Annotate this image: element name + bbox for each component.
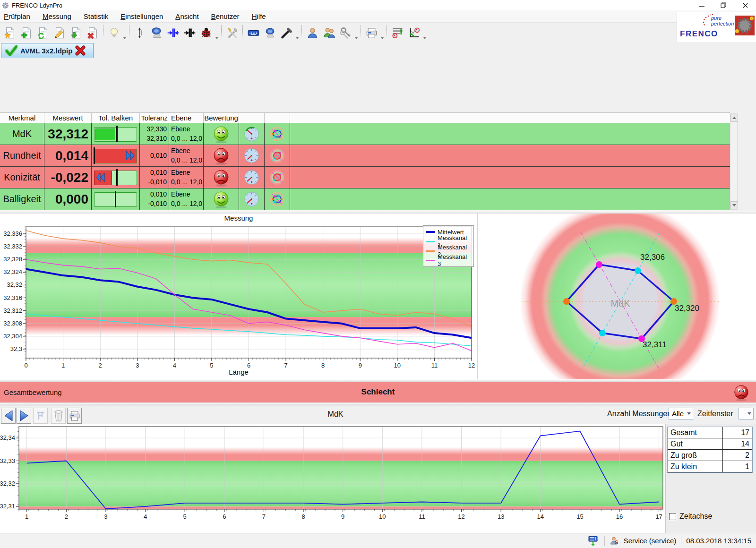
keys-icon[interactable]	[337, 24, 354, 42]
tab-avml[interactable]: AVML 3x2.ldpip	[1, 43, 94, 58]
svg-text:17: 17	[655, 513, 662, 520]
header-ebene: Ebene	[169, 113, 204, 123]
new-plan-star-icon[interactable]	[2, 24, 18, 42]
ebene-line1: Ebene	[171, 168, 190, 178]
svg-text:32,308: 32,308	[3, 320, 22, 327]
menu-pruefplan[interactable]: Prüfplan	[4, 12, 30, 20]
chart-axis-icon[interactable]	[406, 24, 422, 42]
chart-dropdown-icon[interactable]	[422, 22, 427, 43]
gauge-stand-2-icon[interactable]	[262, 24, 278, 42]
toolbar-separator	[129, 25, 130, 40]
tab-close-icon[interactable]	[75, 45, 86, 56]
screw-icon[interactable]	[278, 24, 295, 42]
tol-lower: -0,010	[148, 199, 167, 209]
header-polar	[265, 113, 290, 123]
gauge-icon	[239, 145, 265, 167]
restore-icon[interactable]	[713, 0, 734, 10]
tab-label: AVML 3x2.ldpip	[20, 47, 72, 55]
mdk-trend-chart[interactable]: 32,3132,3232,3332,3412345678910111213141…	[0, 424, 664, 526]
table-row-rundheit[interactable]: Rundheit 0,014 0,010 Ebene0,0 ... 12,0	[0, 145, 730, 167]
toolbar-separator	[103, 25, 104, 40]
keyboard-icon[interactable]	[245, 24, 262, 42]
minimize-icon[interactable]	[691, 0, 713, 10]
menu-statistik[interactable]: Statistik	[84, 12, 109, 20]
scroll-down-icon[interactable]	[730, 201, 738, 209]
table-row-mdk[interactable]: MdK 32,312 32,33032,310 Ebene0,0 ... 12,…	[0, 123, 730, 145]
probe-icon[interactable]	[132, 24, 148, 42]
printer-icon[interactable]	[363, 24, 380, 42]
row-filler	[290, 123, 730, 145]
lamp-icon[interactable]	[106, 24, 122, 42]
anzahl-messungen-select[interactable]: Alle	[669, 408, 693, 420]
chart-legend: Mittelwert Messkanal 1 Messkanal 2 Messk…	[423, 225, 474, 267]
measure-dropdown-icon[interactable]	[215, 22, 219, 43]
settings-dropdown-icon[interactable]	[295, 22, 300, 43]
menu-ansicht[interactable]: Ansicht	[175, 12, 198, 20]
polar-icon	[265, 145, 290, 167]
align-in-blue-icon[interactable]	[165, 24, 181, 42]
menu-messung[interactable]: Messung	[43, 12, 71, 20]
users-icon[interactable]	[321, 24, 337, 42]
window-title: FRENCO LdynPro	[12, 2, 62, 9]
user-icon[interactable]	[304, 24, 321, 42]
chart-levels-icon[interactable]	[389, 24, 406, 42]
user-status-icon: S	[610, 536, 619, 546]
reload-plan-icon[interactable]	[35, 24, 52, 42]
row-merkmal: Konizität	[0, 167, 44, 188]
menu-hilfe[interactable]: Hilfe	[252, 12, 266, 20]
tol-upper: 0,010	[150, 190, 167, 199]
header-merkmal: Merkmal	[0, 113, 44, 123]
tools-icon[interactable]	[224, 24, 241, 42]
polar-icon	[265, 123, 290, 145]
table-row-balligkeit[interactable]: Balligkeit 0,000 0,010-0,010 Ebene0,0 ..…	[0, 188, 730, 210]
printer-dropdown-icon[interactable]	[380, 22, 385, 43]
close-icon[interactable]	[734, 0, 756, 10]
tab-valid-check-icon	[5, 45, 17, 56]
import-plan-icon[interactable]	[68, 24, 85, 42]
bewertung-smiley-bad-icon	[204, 167, 239, 188]
gauge-icon	[239, 188, 265, 210]
legend-messkanal-3: Messkanal 3	[438, 253, 471, 267]
svg-text:7: 7	[262, 513, 266, 520]
row-filler	[290, 188, 730, 210]
svg-text:16: 16	[616, 513, 623, 520]
trend-toolbar: MdK Anzahl Messungen Alle Zeitfenster	[0, 405, 756, 425]
chevron-down-icon	[747, 412, 751, 415]
stats-row-zu-klein: Zu klein1	[668, 461, 752, 472]
zeitfenster-select[interactable]	[739, 408, 754, 420]
table-row-konizitaet[interactable]: Konizität -0,022 0,010-0,010 Ebene0,0 ..…	[0, 167, 730, 188]
lamp-dropdown-icon[interactable]	[122, 22, 127, 43]
status-datetime: 08.03.2018 13:34:15	[686, 537, 751, 545]
users-dropdown-icon[interactable]	[354, 22, 359, 43]
bewertung-smiley-good-icon	[204, 123, 239, 145]
gauge-stand-icon[interactable]	[148, 24, 165, 42]
align-in-black-icon[interactable]	[181, 24, 198, 42]
header-filler	[290, 113, 730, 123]
status-bar: S Service (service) 08.03.2018 13:34:15	[0, 533, 756, 548]
network-status-icon	[587, 535, 600, 547]
anzahl-selected-value: Alle	[672, 410, 684, 418]
tolerance-bar	[92, 123, 140, 145]
debug-ladybug-icon[interactable]	[198, 24, 215, 42]
svg-text:8: 8	[301, 513, 305, 520]
stat-label: Gesamt	[668, 428, 722, 437]
tol-upper: 0,010	[150, 151, 167, 161]
mdk-polar-panel: 32,306 32,320 32,311 MdK	[477, 214, 756, 379]
row-merkmal: Balligkeit	[0, 188, 44, 210]
tolerance-bar	[92, 167, 140, 188]
scroll-up-icon[interactable]	[730, 114, 738, 122]
table-scrollbar[interactable]	[730, 113, 738, 210]
ebene-line2: 0,0 ... 12,0	[171, 156, 202, 165]
messung-chart[interactable]: 32,332,30432,30832,31232,31632,3232,3243…	[0, 220, 477, 379]
svg-text:2: 2	[65, 513, 68, 520]
add-plan-plus-icon[interactable]	[18, 24, 35, 42]
svg-text:5: 5	[183, 513, 187, 520]
header-gauge	[239, 113, 265, 123]
zeitachse-checkbox[interactable]	[669, 513, 676, 520]
edit-plan-icon[interactable]	[52, 24, 68, 42]
menu-benutzer[interactable]: Benutzer	[211, 12, 240, 20]
point-topright-cyan	[635, 267, 641, 274]
delete-plan-icon[interactable]	[85, 24, 101, 42]
tolerance-bar	[92, 145, 140, 167]
menu-einstellungen[interactable]: Einstellungen	[120, 12, 163, 20]
